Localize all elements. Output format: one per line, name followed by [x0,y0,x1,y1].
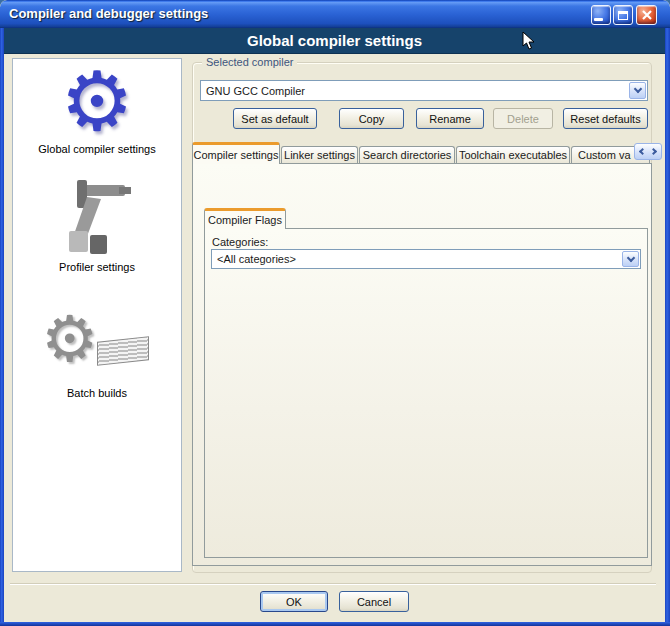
tab-label: Toolchain executables [459,149,567,161]
sidebar-item-batch-builds[interactable]: ⚙ Batch builds [13,303,181,399]
set-as-default-button[interactable]: Set as default [233,108,317,129]
tab-label: Custom va [578,149,631,161]
batch-builds-papers-icon [97,336,149,365]
sidebar-item-label: Global compiler settings [13,143,181,155]
tab-scroll-left-icon[interactable] [635,144,648,159]
chevron-down-icon[interactable] [622,251,639,267]
minimize-icon [594,18,603,21]
mouse-cursor-icon [522,31,535,50]
tab-label: Compiler settings [194,149,279,161]
button-label: Copy [359,113,385,125]
page-header: Global compiler settings [4,28,665,54]
tab-compiler-flags[interactable]: Compiler Flags [204,208,286,229]
tab-label: Search directories [363,149,452,161]
tab-toolchain-executables[interactable]: Toolchain executables [456,146,570,163]
maximize-button[interactable] [613,5,633,25]
tab-compiler-settings[interactable]: Compiler settings [192,142,280,164]
close-button[interactable] [636,5,657,25]
sidebar-item-global-compiler[interactable]: ⚙ Global compiler settings [13,61,181,155]
categories-label: Categories: [212,236,268,248]
window-border-bottom [0,622,670,626]
button-label: Reset defaults [570,113,640,125]
settings-category-sidebar: ⚙ Global compiler settings Profiler sett… [12,58,182,572]
tab-scroll-buttons [634,143,662,160]
button-label: Rename [429,113,471,125]
sidebar-item-label: Batch builds [13,387,181,399]
delete-button: Delete [493,108,553,129]
maximize-icon [618,11,628,20]
sidebar-item-profiler[interactable]: Profiler settings [13,177,181,273]
window-border-left [0,28,4,622]
compiler-select-value: GNU GCC Compiler [201,85,628,97]
sidebar-item-label: Profiler settings [13,261,181,273]
page-title: Global compiler settings [247,32,422,49]
button-label: Set as default [241,113,308,125]
compiler-settings-dialog: Compiler and debugger settings Global co… [0,0,670,626]
reset-defaults-button[interactable]: Reset defaults [563,108,648,129]
tab-label: Linker settings [284,149,355,161]
chevron-down-icon[interactable] [629,82,646,99]
cancel-button[interactable]: Cancel [339,591,409,612]
global-compiler-gear-icon: ⚙ [13,61,181,143]
tab-label: Compiler Flags [208,214,282,226]
minimize-button[interactable] [591,5,611,25]
window-title: Compiler and debugger settings [9,6,208,21]
rename-button[interactable]: Rename [416,108,484,129]
titlebar[interactable]: Compiler and debugger settings [0,0,670,28]
batch-builds-gear-icon: ⚙ [41,307,98,371]
tab-linker-settings[interactable]: Linker settings [281,146,358,163]
tab-search-directories[interactable]: Search directories [359,146,455,163]
window-border-right [665,28,670,622]
footer-separator [10,583,656,585]
button-label: Delete [507,113,539,125]
tab-scroll-right-icon[interactable] [648,144,661,159]
compiler-flags-page [204,228,648,558]
categories-select-value: <All categories> [212,253,621,265]
categories-select[interactable]: <All categories> [211,249,641,269]
selected-compiler-group-label: Selected compiler [202,56,297,68]
compiler-select[interactable]: GNU GCC Compiler [200,80,648,101]
profiler-caliper-icon [57,177,137,259]
ok-button[interactable]: OK [260,591,328,612]
button-label: Cancel [357,596,391,608]
button-label: OK [286,596,302,608]
copy-button[interactable]: Copy [339,108,404,129]
close-icon [642,10,652,20]
